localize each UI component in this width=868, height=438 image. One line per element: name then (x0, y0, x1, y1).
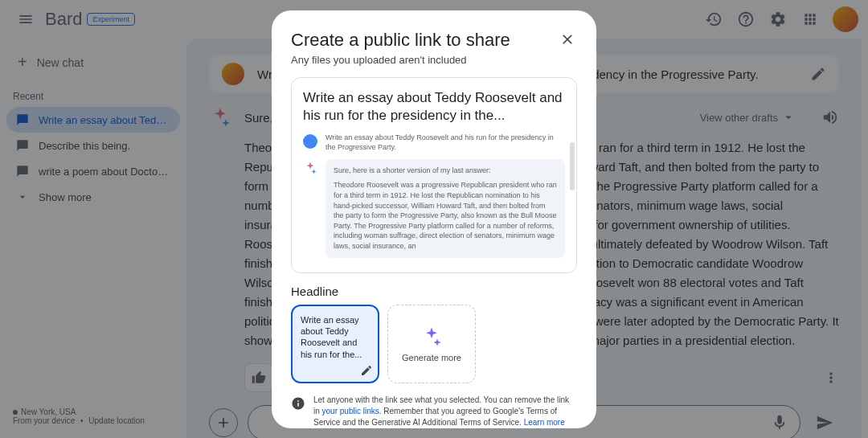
edit-headline-button[interactable] (360, 364, 373, 377)
sparkle-icon (420, 325, 443, 348)
close-modal-button[interactable] (558, 30, 577, 49)
headline-label: Headline (291, 284, 577, 298)
preview-user-avatar (303, 134, 317, 149)
info-text: Let anyone with the link see what you se… (313, 395, 577, 428)
preview-title: Write an essay about Teddy Roosevelt and… (303, 89, 565, 125)
share-preview: Write an essay about Teddy Roosevelt and… (291, 77, 577, 273)
preview-bard-icon (303, 161, 317, 175)
close-icon (559, 31, 575, 47)
preview-scrollbar[interactable] (570, 142, 575, 190)
generate-more-label: Generate more (402, 353, 461, 362)
preview-bard-intro: Sure, here is a shorter version of my la… (334, 166, 557, 176)
generate-more-button[interactable]: Generate more (387, 305, 476, 383)
learn-more-link[interactable]: Learn more (524, 418, 565, 427)
preview-user-text: Write an essay about Teddy Roosevelt and… (326, 133, 565, 153)
headline-option-selected[interactable]: Write an essay about Teddy Roosevelt and… (291, 305, 379, 383)
your-public-links-link[interactable]: your public links (322, 407, 379, 415)
modal-title: Create a public link to share (291, 30, 510, 51)
share-modal: Create a public link to share Any files … (272, 10, 596, 428)
modal-overlay[interactable]: Create a public link to share Any files … (0, 0, 868, 438)
headline-card-text: Write an essay about Teddy Roosevelt and… (301, 314, 370, 360)
info-icon (291, 396, 305, 411)
modal-subtitle: Any files you uploaded aren't included (291, 54, 577, 66)
preview-bard-body: Theodore Roosevelt was a progressive Rep… (334, 180, 557, 251)
